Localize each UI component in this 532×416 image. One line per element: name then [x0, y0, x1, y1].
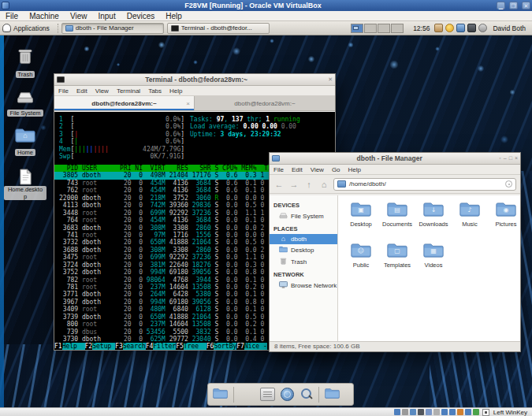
terminal-tab-1[interactable]: dboth@fedora28vm:~×	[54, 96, 195, 110]
desktop-icon-home[interactable]: ⌂Home	[3, 123, 47, 158]
fm-menu-go[interactable]: Go	[328, 166, 344, 173]
fkey-label-filter[interactable]: Filter	[153, 343, 176, 350]
dock-browser-icon[interactable]	[281, 388, 294, 401]
fkey-f2[interactable]: F2	[85, 343, 93, 350]
fm-menu-help[interactable]: Help	[344, 166, 365, 173]
dock-terminal-icon[interactable]	[240, 388, 255, 401]
fm-minimize-button[interactable]: –	[504, 154, 507, 162]
display-status-icon[interactable]	[441, 409, 448, 415]
applications-menu-button[interactable]: Applications	[0, 22, 54, 35]
sidebar-item-file-system[interactable]: File System	[270, 210, 337, 222]
sidebar-item-desktop[interactable]: Desktop	[270, 244, 337, 256]
vbox-menu-help[interactable]: Help	[160, 11, 188, 21]
usb-status-icon[interactable]	[426, 409, 432, 415]
terminal-tab-2[interactable]: dboth@fedora28vm:~	[195, 96, 335, 110]
session-tray-icon[interactable]	[478, 24, 487, 32]
cd-status-icon[interactable]	[402, 409, 408, 415]
network-tray-icon[interactable]	[456, 24, 465, 32]
fkey-label-sortby[interactable]: SortBy	[214, 343, 236, 350]
folder-item-templates[interactable]: ▢Templates	[379, 243, 415, 269]
taskbar-clock[interactable]: 12:56	[413, 24, 430, 32]
vbox-menu-file[interactable]: File	[0, 11, 24, 21]
fkey-label-tree[interactable]: Tree	[184, 343, 206, 350]
fm-maximize-button[interactable]: □	[509, 154, 512, 162]
fm-close-button[interactable]: ×	[515, 154, 518, 162]
recording-status-icon[interactable]	[449, 409, 456, 415]
dock-file-manager-icon[interactable]	[213, 388, 228, 401]
desktop-icon-home-desktop[interactable]: Home.desktop	[3, 165, 47, 202]
path-bar[interactable]: /home/dboth/	[333, 178, 516, 191]
updates-tray-icon[interactable]	[445, 24, 454, 32]
terminal-menu-view[interactable]: View	[91, 87, 113, 95]
forward-icon[interactable]: →	[288, 180, 299, 189]
folder-item-desktop[interactable]: ▣Desktop	[343, 202, 379, 228]
dock-editor-icon[interactable]	[260, 388, 275, 401]
fm-menu-file[interactable]: File	[270, 166, 288, 173]
path-options-icon[interactable]	[505, 180, 512, 188]
vbox-maximize-button[interactable]: ❐	[509, 2, 518, 9]
features-status-icon[interactable]	[457, 409, 463, 415]
folder-item-documents[interactable]: ▤Documents	[379, 202, 415, 228]
sidebar-item-browse-network[interactable]: Browse Network	[270, 280, 337, 292]
terminal-menu-terminal[interactable]: Terminal	[113, 87, 144, 95]
back-icon[interactable]: ←	[273, 180, 285, 189]
fm-menu-edit[interactable]: Edit	[288, 166, 307, 173]
home-icon[interactable]: ⌂	[318, 180, 329, 189]
vbox-menu-input[interactable]: Input	[92, 11, 121, 21]
fkey-f4[interactable]: F4	[146, 343, 154, 350]
folder-icon: ☺	[351, 243, 371, 262]
shared-folders-status-icon[interactable]	[433, 409, 440, 415]
taskbar-user-name[interactable]: David Both	[493, 24, 526, 32]
fkey-label-setup[interactable]: Setup	[92, 343, 115, 350]
terminal-menu-file[interactable]: File	[54, 87, 73, 95]
fkey-label-nice-[interactable]: Nice -	[244, 343, 267, 350]
terminal-close-button[interactable]: ✕	[328, 76, 333, 84]
file-manager-icon-view[interactable]: ▣Desktop▤Documents↓Downloads♪Music◉Pictu…	[338, 195, 520, 341]
fkey-f3[interactable]: F3	[115, 343, 123, 350]
vbox-menu-view[interactable]: View	[65, 11, 93, 21]
keyboard-status-icon[interactable]	[473, 409, 479, 415]
fkey-f6[interactable]: F6	[206, 343, 214, 350]
vbox-menu-devices[interactable]: Devices	[121, 11, 161, 21]
network-status-icon[interactable]	[418, 409, 424, 415]
workspace-4[interactable]	[391, 24, 404, 33]
terminal-menu-help[interactable]: Help	[166, 87, 186, 95]
fkey-f7[interactable]: F7	[236, 343, 244, 350]
vbox-close-button[interactable]: ✕	[522, 2, 530, 9]
vbox-menu-machine[interactable]: Machine	[24, 11, 65, 21]
taskbar-task-terminal[interactable]: Terminal - dboth@fedor...	[167, 23, 270, 34]
volume-tray-icon[interactable]	[467, 24, 476, 32]
desktop-icon-trash[interactable]: Trash	[3, 45, 47, 80]
dock-folder-icon[interactable]	[325, 388, 340, 401]
folder-item-public[interactable]: ☺Public	[343, 243, 379, 269]
fm-sticky-button[interactable]: ◦	[499, 154, 500, 162]
file-manager-titlebar[interactable]: dboth - File Manager ◦–□×	[270, 153, 520, 165]
dock-search-icon[interactable]	[299, 388, 313, 401]
fkey-f5[interactable]: F5	[176, 343, 184, 350]
desktop-icon-file-system[interactable]: File System	[3, 84, 47, 118]
workspace-2[interactable]	[364, 24, 377, 33]
workspace-1[interactable]	[351, 24, 363, 33]
clipboard-tray-icon[interactable]	[434, 24, 443, 32]
fkey-label-help[interactable]: Help	[62, 343, 85, 350]
sidebar-item-dboth[interactable]: ⌂dboth	[270, 234, 337, 244]
up-icon[interactable]: ↑	[303, 180, 314, 189]
terminal-titlebar[interactable]: Terminal - dboth@fedora28vm:~ ✕	[54, 74, 335, 86]
tab-close-icon[interactable]: ×	[186, 100, 190, 107]
fkey-label-search[interactable]: Search	[123, 343, 146, 350]
folder-item-downloads[interactable]: ↓Downloads	[415, 202, 452, 228]
folder-item-videos[interactable]: ▦Videos	[415, 243, 452, 269]
fm-menu-view[interactable]: View	[307, 166, 328, 173]
fkey-f1[interactable]: F1	[54, 343, 62, 350]
terminal-menu-tabs[interactable]: Tabs	[144, 87, 166, 95]
taskbar-task-folder[interactable]: dboth - File Manager	[61, 23, 164, 34]
terminal-menu-edit[interactable]: Edit	[73, 87, 91, 95]
workspace-3[interactable]	[378, 24, 390, 33]
hdd-status-icon[interactable]	[394, 409, 400, 415]
mouse-status-icon[interactable]	[465, 409, 471, 415]
folder-item-music[interactable]: ♪Music	[452, 202, 488, 228]
folder-item-pictures[interactable]: ◉Pictures	[488, 202, 524, 228]
vbox-minimize-button[interactable]: ▁	[497, 2, 505, 9]
sidebar-item-trash[interactable]: Trash	[270, 256, 337, 268]
audio-status-icon[interactable]	[410, 409, 416, 415]
